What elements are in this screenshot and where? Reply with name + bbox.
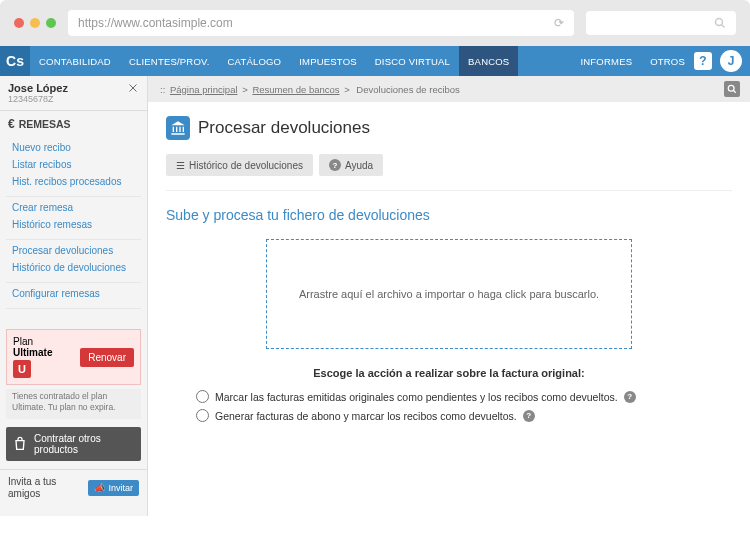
plan-label: Plan [13, 336, 33, 347]
url-text: https://www.contasimple.com [78, 16, 233, 30]
radio-options: Marcar las facturas emitidas originales … [166, 387, 732, 425]
user-name: Jose López [8, 82, 68, 94]
action-label: Escoge la acción a realizar sobre la fac… [166, 367, 732, 379]
invite-btn-label: Invitar [108, 483, 133, 493]
dropzone-text: Arrastre aquí el archivo a importar o ha… [299, 288, 599, 300]
sidebar-item-configurar-remesas[interactable]: Configurar remesas [6, 285, 141, 302]
help-icon[interactable]: ? [694, 52, 712, 70]
breadcrumb-current: Devoluciones de recibos [356, 84, 460, 95]
renew-button[interactable]: Renovar [80, 348, 134, 367]
sidebar-item-historico-devoluciones[interactable]: Histórico de devoluciones [6, 259, 141, 276]
sidebar-section-label: REMESAS [19, 118, 71, 130]
content-panel: Sube y procesa tu fichero de devolucione… [166, 190, 732, 425]
search-icon [714, 17, 726, 29]
radio-option-1[interactable]: Marcar las facturas emitidas originales … [196, 387, 732, 406]
megaphone-icon: 📣 [94, 483, 105, 493]
nav-catalogo[interactable]: CATÁLOGO [219, 46, 291, 76]
plan-name: Ultimate [13, 347, 52, 358]
app-logo[interactable]: Cs [0, 46, 30, 76]
plan-box: Plan Ultimate U Renovar [6, 329, 141, 385]
user-id: 12345678Z [8, 94, 68, 104]
nav-contabilidad[interactable]: CONTABILIDAD [30, 46, 120, 76]
file-dropzone[interactable]: Arrastre aquí el archivo a importar o ha… [266, 239, 632, 349]
radio-label-1: Marcar las facturas emitidas originales … [215, 391, 618, 403]
breadcrumb-sep: > [344, 84, 350, 95]
svg-line-1 [722, 25, 725, 28]
list-icon: ☰ [176, 160, 185, 171]
main-content: :: Página principal > Resumen de bancos … [148, 76, 750, 516]
help-button-label: Ayuda [345, 160, 373, 171]
question-icon: ? [329, 159, 341, 171]
page-title-row: Procesar devoluciones [148, 102, 750, 150]
top-navigation: Cs CONTABILIDAD CLIENTES/PROV. CATÁLOGO … [0, 46, 750, 76]
action-buttons: ☰ Histórico de devoluciones ? Ayuda [148, 150, 750, 190]
contract-label: Contratar otros productos [34, 433, 135, 455]
url-bar[interactable]: https://www.contasimple.com ⟳ [68, 10, 574, 36]
invite-button[interactable]: 📣 Invitar [88, 480, 139, 496]
invite-row: Invita a tus amigos 📣 Invitar [0, 469, 147, 506]
sidebar-item-listar-recibos[interactable]: Listar recibos [6, 156, 141, 173]
radio-input-2[interactable] [196, 409, 209, 422]
user-block: Jose López 12345678Z [0, 76, 147, 111]
nav-disco-virtual[interactable]: DISCO VIRTUAL [366, 46, 459, 76]
sidebar-section-header: € REMESAS [0, 111, 147, 137]
browser-search-bar[interactable] [586, 11, 736, 35]
bank-icon [166, 116, 190, 140]
radio-option-2[interactable]: Generar facturas de abono y marcar los r… [196, 406, 732, 425]
euro-icon: € [8, 117, 15, 131]
info-icon[interactable]: ? [523, 410, 535, 422]
plan-badge-icon: U [13, 360, 31, 378]
nav-otros[interactable]: OTROS [641, 46, 694, 76]
plan-note: Tienes contratado el plan Ultimate. Tu p… [6, 389, 141, 419]
sidebar-item-crear-remesa[interactable]: Crear remesa [6, 199, 141, 216]
close-window-icon[interactable] [14, 18, 24, 28]
svg-line-5 [733, 90, 736, 93]
sidebar-item-hist-recibos[interactable]: Hist. recibos procesados [6, 173, 141, 190]
contract-products-button[interactable]: Contratar otros productos [6, 427, 141, 461]
invite-label: Invita a tus amigos [8, 476, 68, 500]
reload-icon[interactable]: ⟳ [554, 16, 564, 30]
sidebar-item-historico-remesas[interactable]: Histórico remesas [6, 216, 141, 233]
sidebar: Jose López 12345678Z € REMESAS Nuevo rec… [0, 76, 148, 516]
section-title: Sube y procesa tu fichero de devolucione… [166, 207, 732, 223]
breadcrumb: :: Página principal > Resumen de bancos … [148, 76, 750, 102]
nav-informes[interactable]: INFORMES [571, 46, 641, 76]
sidebar-item-procesar-devoluciones[interactable]: Procesar devoluciones [6, 242, 141, 259]
maximize-window-icon[interactable] [46, 18, 56, 28]
radio-input-1[interactable] [196, 390, 209, 403]
nav-clientes[interactable]: CLIENTES/PROV. [120, 46, 219, 76]
content-search-icon[interactable] [724, 81, 740, 97]
minimize-window-icon[interactable] [30, 18, 40, 28]
nav-items: CONTABILIDAD CLIENTES/PROV. CATÁLOGO IMP… [30, 46, 694, 76]
avatar[interactable]: J [720, 50, 742, 72]
history-button-label: Histórico de devoluciones [189, 160, 303, 171]
nav-impuestos[interactable]: IMPUESTOS [290, 46, 366, 76]
collapse-sidebar-icon[interactable] [127, 82, 139, 94]
sidebar-item-nuevo-recibo[interactable]: Nuevo recibo [6, 139, 141, 156]
radio-label-2: Generar facturas de abono y marcar los r… [215, 410, 517, 422]
nav-bancos[interactable]: BANCOS [459, 46, 518, 76]
browser-chrome: https://www.contasimple.com ⟳ [0, 0, 750, 46]
traffic-lights [14, 18, 56, 28]
history-button[interactable]: ☰ Histórico de devoluciones [166, 154, 313, 176]
nav-right: ? J [694, 50, 750, 72]
page-title: Procesar devoluciones [198, 118, 370, 138]
breadcrumb-sep: > [242, 84, 248, 95]
svg-point-4 [728, 85, 734, 91]
info-icon[interactable]: ? [624, 391, 636, 403]
svg-point-0 [716, 19, 723, 26]
breadcrumb-home[interactable]: Página principal [170, 84, 238, 95]
breadcrumb-prefix: :: [160, 84, 165, 95]
help-button[interactable]: ? Ayuda [319, 154, 383, 176]
breadcrumb-mid[interactable]: Resumen de bancos [252, 84, 339, 95]
shopping-bag-icon [12, 436, 28, 452]
